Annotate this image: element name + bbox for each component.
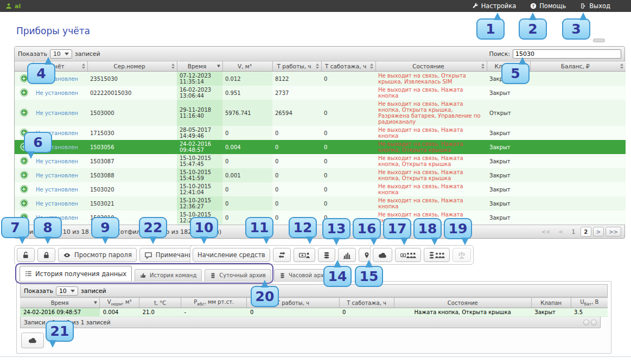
- callout-tail: [370, 238, 378, 245]
- cell-balance: [530, 100, 626, 126]
- menu-settings[interactable]: Настройка: [472, 2, 517, 10]
- search-input[interactable]: [513, 49, 621, 59]
- expand-row-icon[interactable]: [21, 89, 28, 96]
- tab-data-history[interactable]: История получения данных: [20, 266, 132, 281]
- callout-10: 10: [190, 217, 218, 238]
- state-text: Не выходит на связь, Нажата кнопка: [378, 87, 463, 99]
- page-prev-button[interactable]: <: [555, 227, 566, 237]
- export-button[interactable]: [373, 248, 392, 262]
- history-column-header-0[interactable]: Время: [20, 298, 100, 308]
- view-password-button[interactable]: Просмотр пароля: [58, 248, 137, 262]
- expand-row-icon[interactable]: [21, 200, 28, 207]
- page-1-button[interactable]: 1: [568, 227, 579, 237]
- sort-asc-icon: [620, 63, 623, 66]
- page-2-button[interactable]: 2: [581, 227, 591, 237]
- column-label: V, м³: [238, 63, 252, 69]
- top-menu: Настройка ? Помощь Выход: [472, 2, 626, 10]
- unlock-button[interactable]: [17, 248, 35, 262]
- cell-time: 15-10-201515:47:45: [177, 154, 222, 168]
- balance-button[interactable]: [452, 248, 471, 262]
- table-row[interactable]: Не установлен150302015-10-201512:41:0400…: [15, 182, 626, 196]
- column-header-balance[interactable]: Баланс, ₽: [530, 61, 626, 72]
- column-header-time[interactable]: Время: [177, 61, 222, 72]
- callout-17: 17: [383, 218, 411, 239]
- column-header-state[interactable]: Состояние: [375, 61, 487, 72]
- history-column-header-7[interactable]: Клапан: [531, 298, 571, 308]
- column-header-v[interactable]: V, м³: [222, 61, 272, 72]
- account-link[interactable]: Не установлен: [36, 90, 78, 96]
- cell-sabotage-hours: 0: [321, 154, 375, 168]
- history-controls: Показать 10 записей: [20, 284, 608, 297]
- tab-daily-archive[interactable]: Суточный архив: [205, 269, 271, 281]
- table-row[interactable]: Не установлен150305624-02-201609:48:570.…: [15, 140, 626, 154]
- callout-tail: [461, 238, 469, 245]
- expand-row-icon[interactable]: [21, 109, 28, 116]
- callout-tail: [101, 237, 109, 244]
- page: al Настройка ? Помощь Выход Приборы учёт…: [0, 0, 631, 364]
- tab-command-history[interactable]: История команд: [135, 269, 202, 281]
- table-row[interactable]: Не установлен171503028-05-201714:49:4600…: [15, 126, 626, 140]
- account-link[interactable]: Не установлен: [36, 201, 78, 207]
- history-column-header-3[interactable]: Pабс, мм рт.ст.: [181, 298, 247, 308]
- history-column-header-8[interactable]: Uбат, В: [571, 298, 608, 308]
- table-row[interactable]: Не установлен150308815-10-201515:41:590.…: [15, 168, 626, 182]
- transfer-button[interactable]: [273, 248, 291, 262]
- cell-work-hours: 0: [272, 168, 321, 182]
- account-link[interactable]: Не установлен: [36, 187, 78, 193]
- column-header-t_sab[interactable]: Т саботажа, ч: [321, 61, 375, 72]
- column-header-t_work[interactable]: Т работы, ч: [272, 61, 321, 72]
- menu-logout[interactable]: Выход: [580, 2, 610, 10]
- money-person-button[interactable]: [294, 248, 315, 262]
- history-column-header-5[interactable]: Т саботажа, ч: [339, 298, 394, 308]
- cell-expand: [15, 100, 33, 126]
- page-last-button[interactable]: >>: [605, 227, 621, 237]
- history-column-header-6[interactable]: Состояние: [394, 298, 531, 308]
- cloud-download-icon: [378, 252, 387, 259]
- page-first-button[interactable]: <<: [538, 227, 554, 237]
- current-user[interactable]: al: [5, 3, 21, 10]
- table-row[interactable]: Не установлен2351503007-12-202311:35:140…: [15, 72, 626, 86]
- menu-help[interactable]: ? Помощь: [530, 2, 566, 10]
- database-icon: [323, 251, 330, 259]
- history-export-button[interactable]: [21, 333, 44, 348]
- callout-tail: [18, 237, 26, 244]
- column-header-serial[interactable]: Сер.номер: [87, 61, 177, 72]
- account-link[interactable]: Не установлен: [36, 158, 78, 164]
- lock-button[interactable]: [37, 248, 55, 262]
- time-clock: 15:47:45: [180, 161, 220, 167]
- account-link[interactable]: Не установлен: [36, 110, 78, 116]
- time-clock: 11:16:40: [180, 113, 220, 119]
- archive-group-button[interactable]: [424, 248, 450, 262]
- callout-14: 14: [323, 266, 352, 287]
- page-next-button[interactable]: >: [593, 227, 604, 237]
- history-page-size-select[interactable]: 10: [56, 286, 78, 296]
- expand-row-icon[interactable]: [21, 157, 28, 164]
- cell-balance: [530, 126, 626, 140]
- table-row[interactable]: Не установлен150300029-11-201811:16:4059…: [15, 100, 626, 126]
- sort-desc-icon: [370, 67, 373, 69]
- table-row[interactable]: Не установлен150302115-10-201512:36:2700…: [15, 196, 626, 210]
- history-column-header-1[interactable]: Vнорм, м³: [100, 298, 139, 308]
- table-row[interactable]: Не установлен02222001503016-02-202313:06…: [15, 86, 626, 100]
- history-prev-button[interactable]: [583, 320, 589, 325]
- page-size-select[interactable]: 10: [50, 49, 72, 59]
- sort-desc-icon: [94, 302, 97, 304]
- tab-data-history-label: История получения данных: [35, 270, 126, 278]
- time-date: 28-05-2017: [180, 127, 220, 133]
- account-link[interactable]: Не установлен: [36, 173, 78, 178]
- database-button[interactable]: [318, 248, 335, 262]
- cell-time: 28-05-201714:49:46: [177, 126, 222, 140]
- accrual-button[interactable]: Начисление средств: [193, 248, 270, 262]
- accrual-group-button[interactable]: [395, 248, 421, 262]
- table-row[interactable]: Не установлен150308715-10-201515:47:4500…: [15, 154, 626, 168]
- history-column-header-2[interactable]: t, °C: [139, 298, 181, 308]
- history-row[interactable]: 24-02-2016 09:48:570.00421.0-00Нажата кн…: [20, 308, 608, 317]
- expand-row-icon[interactable]: [21, 171, 28, 178]
- expand-row-icon[interactable]: [21, 186, 28, 193]
- cell-expand: [15, 86, 33, 100]
- sort-desc-icon: [217, 65, 220, 68]
- devices-table-controls: Показать 10 записей Поиск:: [15, 47, 624, 61]
- history-next-button[interactable]: [591, 320, 597, 325]
- expand-row-icon[interactable]: [21, 75, 28, 82]
- history-header-row: ВремяVнорм, м³t, °CPабс, мм рт.ст.Т рабо…: [20, 298, 608, 308]
